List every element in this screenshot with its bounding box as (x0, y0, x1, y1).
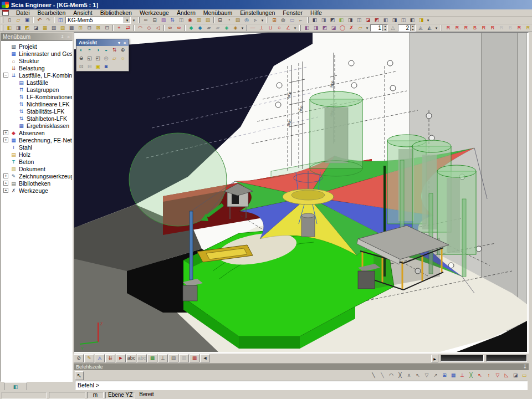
cube-4[interactable]: ◈ (231, 24, 240, 32)
lasso-3[interactable]: ◁ (154, 24, 162, 32)
disabled-button[interactable]: ▥ (179, 354, 189, 362)
tree-item-werkzeuge[interactable]: + ✗ Werkzeuge (1, 187, 72, 194)
tree-item-lastgruppen[interactable]: ⇈ Lastgruppen (1, 86, 72, 93)
circle-tool[interactable]: ◯ (338, 24, 347, 32)
glasses-button[interactable]: ∞ (141, 17, 150, 24)
win-layout-2[interactable]: ◨ (319, 17, 328, 24)
tree-item-stabilitaets-lfk[interactable]: ⇅ Stabilitäts-LFK (1, 108, 72, 115)
snap-vertex-button[interactable]: ∧ (405, 371, 413, 380)
sel-filter-1[interactable]: ◧ (5, 24, 14, 32)
sel-filter-6[interactable]: ▧ (49, 24, 58, 32)
labels-abc-off-button[interactable]: abc (137, 354, 147, 362)
tree-item-lf-kombinationen[interactable]: ⇅ LF-Kombinationen (1, 93, 72, 100)
zoom-window-button[interactable]: ◱ (85, 55, 94, 62)
new-button[interactable]: ▯ (5, 17, 14, 24)
toolbar-grip[interactable] (307, 17, 309, 23)
triangle-button[interactable]: ◬ (95, 354, 105, 362)
sel-filter-3[interactable]: ◩ (23, 24, 32, 32)
sel-filter-5[interactable]: ▦ (40, 24, 49, 32)
result-7[interactable]: R (497, 24, 506, 32)
cube-1[interactable]: ◆ (187, 24, 196, 32)
close-icon[interactable]: × (122, 41, 127, 45)
clip-box-button[interactable]: ⊘ (74, 354, 84, 362)
loads-button[interactable]: ⇊ (105, 354, 115, 362)
progress-bar-2[interactable] (486, 355, 527, 362)
workspace-button[interactable]: ◫ (177, 17, 186, 24)
win-layout-8[interactable]: ◩ (372, 17, 381, 24)
menu-bibliotheken[interactable]: Bibliotheken (96, 9, 136, 16)
active-document-combo[interactable]: KG-Mem5 ▼ (65, 17, 131, 24)
win-layout-3[interactable]: ◩ (328, 17, 337, 24)
toolbar-overflow-icon[interactable]: ▼ (434, 24, 439, 32)
toolbar-grip[interactable] (441, 25, 442, 31)
labels-abc-button[interactable]: abc (126, 354, 136, 362)
sel-filter-2[interactable]: ◨ (14, 24, 23, 32)
toolbar-grip[interactable] (2, 25, 3, 31)
draw-line[interactable]: — (248, 24, 257, 32)
tree-item-linienraster[interactable]: ▦ Linienraster und Geschosse (1, 50, 72, 57)
print-button[interactable]: ⊟ (216, 17, 224, 24)
sel-filter-12[interactable]: ⊡ (103, 24, 111, 32)
paste-2[interactable]: ▰ (213, 24, 222, 32)
tree-item-lastfaelle-lfk[interactable]: − ⇊ Lastfälle, LF-Kombinationen (1, 71, 72, 79)
zoom-all-button[interactable]: ◎ (102, 55, 110, 62)
result-1[interactable]: R (444, 24, 453, 32)
menu-fenster[interactable]: Fenster (279, 9, 306, 16)
menu-aendern[interactable]: Ändern (173, 9, 200, 16)
sel-filter-9[interactable]: ⊞ (76, 24, 85, 32)
glasses-2[interactable]: ∞ (175, 24, 183, 32)
snap-k3-button[interactable]: ▽ (493, 371, 502, 380)
zoom-out-button[interactable]: ⊖ (77, 55, 85, 62)
toolbar-overflow-icon[interactable]: ▼ (131, 17, 136, 24)
clipboard-add-button[interactable]: ⊞ (270, 17, 279, 24)
pencil-button[interactable]: ✎ (84, 354, 94, 362)
bracket-button[interactable]: ⌐ (296, 17, 305, 24)
toolbar-grip[interactable] (267, 17, 268, 23)
mdi-child-icon[interactable] (2, 10, 9, 16)
options-button[interactable]: ◉ (186, 17, 195, 24)
layer-spinner[interactable]: 2 ▲▼ (398, 24, 416, 32)
tree-toggle[interactable]: + (3, 181, 8, 186)
result-8[interactable]: B (506, 24, 515, 32)
tree-toggle[interactable]: − (3, 73, 8, 78)
toolbar-grip[interactable] (2, 17, 3, 23)
view-z-button[interactable]: ◑ (94, 47, 102, 54)
view-y-button[interactable]: ◓ (85, 47, 94, 54)
entity-button[interactable]: ▤ (168, 354, 178, 362)
toolbar-overflow-icon[interactable]: ▼ (365, 24, 370, 32)
result-5[interactable]: R (479, 24, 488, 32)
lasso-2[interactable]: ◇ (145, 24, 154, 32)
tree-item-dokument[interactable]: ▥ Dokument (1, 165, 72, 172)
view-axo-button[interactable]: ◒ (102, 47, 110, 54)
scroll-right-icon[interactable]: ▶ (431, 355, 438, 362)
menu-werkzeuge[interactable]: Werkzeuge (136, 9, 173, 16)
toolbar-grip[interactable] (299, 25, 301, 31)
win-layout-1[interactable]: ◧ (310, 17, 319, 24)
draw-circle[interactable]: ○ (275, 24, 284, 32)
command-input[interactable]: Befehl > (75, 381, 528, 390)
draw-perp[interactable]: ⊥ (257, 24, 266, 32)
preview-button[interactable]: ◔ (224, 17, 233, 24)
draw-poly[interactable]: ⊔ (266, 24, 275, 32)
dot-grid-button[interactable]: ▦ (449, 371, 458, 380)
printer-small-button[interactable]: ⊟ (150, 17, 159, 24)
document-button[interactable]: ▤ (233, 17, 242, 24)
cs-cube-1[interactable]: ◧ (303, 24, 311, 32)
collapse-button[interactable]: ◄ (200, 354, 210, 362)
snap-cross-button[interactable]: ╳ (396, 371, 405, 380)
zoom-selection-button[interactable]: ◰ (94, 55, 102, 62)
result-4[interactable]: B (470, 24, 479, 32)
tree-item-ergebnisklassen[interactable]: ▦ Ergebnisklassen (1, 122, 72, 129)
snap-k1-button[interactable]: ↖ (475, 371, 484, 380)
menu-hilfe[interactable]: Hilfe (306, 9, 326, 16)
menu-bearbeiten[interactable]: Bearbeiten (34, 9, 70, 16)
save-button[interactable]: ▣ (23, 17, 32, 24)
tree-item-bibliotheken[interactable]: + ▤ Bibliotheken (1, 180, 72, 187)
result-6[interactable]: R (488, 24, 497, 32)
toolbar-overflow-icon[interactable]: ▼ (426, 17, 431, 24)
sel-filter-10[interactable]: ⊟ (85, 24, 94, 32)
light-button[interactable]: ☼ (119, 55, 127, 62)
sel-filter-11[interactable]: ⊠ (94, 24, 103, 32)
viewport-3d-scene[interactable]: 4000 2000 7000 3000 2900 (74, 33, 527, 352)
result-2[interactable]: R (453, 24, 462, 32)
